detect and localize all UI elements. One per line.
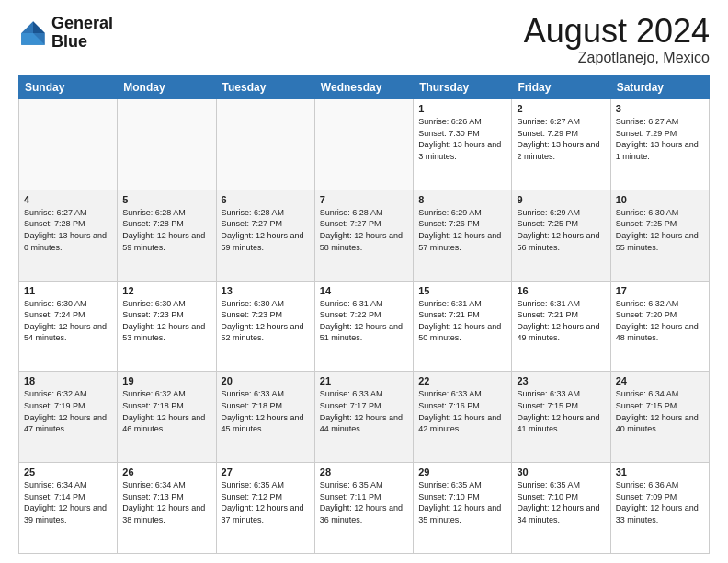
- week-row-4: 18Sunrise: 6:32 AMSunset: 7:19 PMDayligh…: [19, 372, 710, 463]
- day-info: Sunrise: 6:30 AMSunset: 7:23 PMDaylight:…: [222, 298, 310, 344]
- day-info: Sunrise: 6:34 AMSunset: 7:15 PMDaylight:…: [616, 388, 704, 434]
- calendar-cell: 13Sunrise: 6:30 AMSunset: 7:23 PMDayligh…: [216, 281, 314, 372]
- day-info: Sunrise: 6:31 AMSunset: 7:22 PMDaylight:…: [320, 298, 408, 344]
- day-info: Sunrise: 6:33 AMSunset: 7:17 PMDaylight:…: [320, 388, 408, 434]
- header-row: SundayMondayTuesdayWednesdayThursdayFrid…: [19, 76, 710, 99]
- logo-icon: [18, 18, 48, 48]
- day-info: Sunrise: 6:34 AMSunset: 7:13 PMDaylight:…: [122, 479, 210, 525]
- calendar-cell: 23Sunrise: 6:33 AMSunset: 7:15 PMDayligh…: [512, 372, 610, 463]
- day-info: Sunrise: 6:31 AMSunset: 7:21 PMDaylight:…: [418, 298, 506, 344]
- day-number: 17: [616, 285, 704, 296]
- calendar-cell: 14Sunrise: 6:31 AMSunset: 7:22 PMDayligh…: [314, 281, 413, 372]
- calendar-cell: 7Sunrise: 6:28 AMSunset: 7:27 PMDaylight…: [314, 190, 413, 281]
- calendar-cell: 28Sunrise: 6:35 AMSunset: 7:11 PMDayligh…: [314, 463, 413, 554]
- day-info: Sunrise: 6:35 AMSunset: 7:11 PMDaylight:…: [320, 479, 408, 525]
- day-info: Sunrise: 6:32 AMSunset: 7:18 PMDaylight:…: [122, 388, 210, 434]
- calendar-cell: 27Sunrise: 6:35 AMSunset: 7:12 PMDayligh…: [216, 463, 314, 554]
- day-number: 31: [616, 466, 704, 477]
- calendar-cell: [314, 99, 413, 190]
- svg-marker-1: [33, 21, 45, 33]
- day-info: Sunrise: 6:28 AMSunset: 7:27 PMDaylight:…: [222, 207, 310, 253]
- day-info: Sunrise: 6:28 AMSunset: 7:28 PMDaylight:…: [122, 207, 210, 253]
- day-info: Sunrise: 6:36 AMSunset: 7:09 PMDaylight:…: [616, 479, 704, 525]
- day-number: 28: [320, 466, 408, 477]
- day-info: Sunrise: 6:27 AMSunset: 7:29 PMDaylight:…: [616, 116, 704, 162]
- calendar-cell: 3Sunrise: 6:27 AMSunset: 7:29 PMDaylight…: [610, 99, 709, 190]
- day-header-tuesday: Tuesday: [216, 76, 314, 99]
- calendar-cell: 1Sunrise: 6:26 AMSunset: 7:30 PMDaylight…: [414, 99, 512, 190]
- calendar-cell: [19, 99, 118, 190]
- calendar-cell: 26Sunrise: 6:34 AMSunset: 7:13 PMDayligh…: [118, 463, 216, 554]
- calendar-cell: 18Sunrise: 6:32 AMSunset: 7:19 PMDayligh…: [19, 372, 118, 463]
- calendar-cell: 20Sunrise: 6:33 AMSunset: 7:18 PMDayligh…: [216, 372, 314, 463]
- calendar-cell: 5Sunrise: 6:28 AMSunset: 7:28 PMDaylight…: [118, 190, 216, 281]
- calendar-cell: 9Sunrise: 6:29 AMSunset: 7:25 PMDaylight…: [512, 190, 610, 281]
- day-info: Sunrise: 6:31 AMSunset: 7:21 PMDaylight:…: [517, 298, 605, 344]
- calendar-cell: 29Sunrise: 6:35 AMSunset: 7:10 PMDayligh…: [414, 463, 512, 554]
- day-info: Sunrise: 6:27 AMSunset: 7:29 PMDaylight:…: [517, 116, 605, 162]
- week-row-3: 11Sunrise: 6:30 AMSunset: 7:24 PMDayligh…: [19, 281, 710, 372]
- logo-line2: Blue: [51, 33, 113, 52]
- day-number: 13: [222, 285, 310, 296]
- day-info: Sunrise: 6:34 AMSunset: 7:14 PMDaylight:…: [24, 479, 112, 525]
- header: General Blue August 2024 Zapotlanejo, Me…: [18, 15, 710, 66]
- week-row-2: 4Sunrise: 6:27 AMSunset: 7:28 PMDaylight…: [19, 190, 710, 281]
- day-number: 26: [122, 466, 210, 477]
- day-number: 20: [222, 375, 310, 386]
- day-number: 24: [616, 375, 704, 386]
- day-number: 8: [418, 194, 506, 205]
- day-header-saturday: Saturday: [610, 76, 709, 99]
- day-info: Sunrise: 6:28 AMSunset: 7:27 PMDaylight:…: [320, 207, 408, 253]
- day-number: 27: [222, 466, 310, 477]
- calendar-cell: [216, 99, 314, 190]
- day-number: 5: [122, 194, 210, 205]
- day-number: 21: [320, 375, 408, 386]
- day-header-thursday: Thursday: [414, 76, 512, 99]
- calendar-cell: 10Sunrise: 6:30 AMSunset: 7:25 PMDayligh…: [610, 190, 709, 281]
- calendar-cell: 4Sunrise: 6:27 AMSunset: 7:28 PMDaylight…: [19, 190, 118, 281]
- calendar-cell: 30Sunrise: 6:35 AMSunset: 7:10 PMDayligh…: [512, 463, 610, 554]
- day-header-wednesday: Wednesday: [314, 76, 413, 99]
- calendar-cell: 24Sunrise: 6:34 AMSunset: 7:15 PMDayligh…: [610, 372, 709, 463]
- day-number: 10: [616, 194, 704, 205]
- calendar-cell: 25Sunrise: 6:34 AMSunset: 7:14 PMDayligh…: [19, 463, 118, 554]
- day-info: Sunrise: 6:35 AMSunset: 7:10 PMDaylight:…: [418, 479, 506, 525]
- day-number: 9: [517, 194, 605, 205]
- week-row-1: 1Sunrise: 6:26 AMSunset: 7:30 PMDaylight…: [19, 99, 710, 190]
- calendar-cell: 31Sunrise: 6:36 AMSunset: 7:09 PMDayligh…: [610, 463, 709, 554]
- day-header-monday: Monday: [118, 76, 216, 99]
- logo-line1: General: [51, 15, 113, 33]
- logo-text: General Blue: [51, 15, 113, 52]
- day-info: Sunrise: 6:30 AMSunset: 7:24 PMDaylight:…: [24, 298, 112, 344]
- day-number: 14: [320, 285, 408, 296]
- day-info: Sunrise: 6:32 AMSunset: 7:19 PMDaylight:…: [24, 388, 112, 434]
- day-info: Sunrise: 6:35 AMSunset: 7:12 PMDaylight:…: [222, 479, 310, 525]
- day-number: 15: [418, 285, 506, 296]
- calendar-cell: 22Sunrise: 6:33 AMSunset: 7:16 PMDayligh…: [414, 372, 512, 463]
- day-number: 11: [24, 285, 112, 296]
- day-number: 30: [517, 466, 605, 477]
- day-number: 22: [418, 375, 506, 386]
- day-number: 18: [24, 375, 112, 386]
- day-number: 1: [418, 103, 506, 114]
- calendar-cell: 2Sunrise: 6:27 AMSunset: 7:29 PMDaylight…: [512, 99, 610, 190]
- day-number: 25: [24, 466, 112, 477]
- calendar-cell: 21Sunrise: 6:33 AMSunset: 7:17 PMDayligh…: [314, 372, 413, 463]
- day-number: 29: [418, 466, 506, 477]
- day-info: Sunrise: 6:35 AMSunset: 7:10 PMDaylight:…: [517, 479, 605, 525]
- week-row-5: 25Sunrise: 6:34 AMSunset: 7:14 PMDayligh…: [19, 463, 710, 554]
- calendar-cell: 17Sunrise: 6:32 AMSunset: 7:20 PMDayligh…: [610, 281, 709, 372]
- location: Zapotlanejo, Mexico: [524, 50, 710, 66]
- calendar-cell: 8Sunrise: 6:29 AMSunset: 7:26 PMDaylight…: [414, 190, 512, 281]
- day-number: 3: [616, 103, 704, 114]
- calendar-cell: [118, 99, 216, 190]
- day-number: 4: [24, 194, 112, 205]
- day-header-friday: Friday: [512, 76, 610, 99]
- calendar-cell: 19Sunrise: 6:32 AMSunset: 7:18 PMDayligh…: [118, 372, 216, 463]
- day-info: Sunrise: 6:33 AMSunset: 7:18 PMDaylight:…: [222, 388, 310, 434]
- day-number: 2: [517, 103, 605, 114]
- day-number: 6: [222, 194, 310, 205]
- day-info: Sunrise: 6:27 AMSunset: 7:28 PMDaylight:…: [24, 207, 112, 253]
- calendar-cell: 15Sunrise: 6:31 AMSunset: 7:21 PMDayligh…: [414, 281, 512, 372]
- day-info: Sunrise: 6:33 AMSunset: 7:16 PMDaylight:…: [418, 388, 506, 434]
